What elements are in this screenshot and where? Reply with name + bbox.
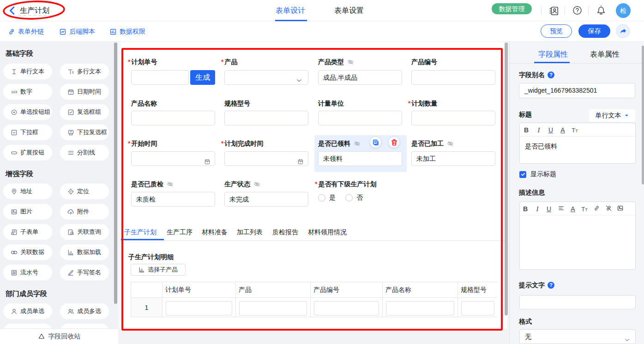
svg-text:7: 7 (70, 91, 72, 94)
svg-text:7: 7 (207, 161, 208, 164)
svg-text:123: 123 (11, 90, 18, 94)
svg-text:7: 7 (300, 161, 301, 164)
